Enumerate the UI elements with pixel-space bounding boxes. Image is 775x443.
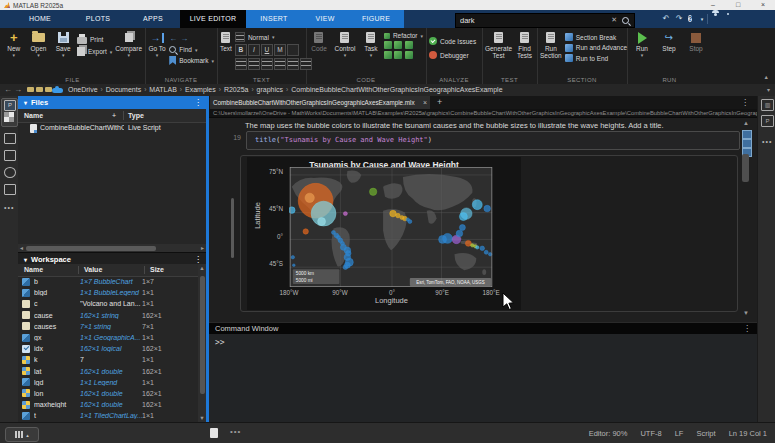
code-issues-button[interactable]: Code Issues <box>429 37 476 45</box>
tsunami-bubble[interactable] <box>396 213 401 218</box>
list-item[interactable]: CombineBubbleChartWithO... Live Script <box>18 122 206 134</box>
collapse-ribbon-icon[interactable]: ▲ <box>764 74 769 80</box>
tsunami-bubble[interactable] <box>331 230 335 234</box>
table-row[interactable]: b1×7 BubbleChart1×7 <box>18 276 198 287</box>
tsunami-bubble[interactable] <box>480 246 485 251</box>
tsunami-bubble[interactable] <box>400 216 404 220</box>
breadcrumb-item[interactable]: graphics <box>257 86 283 93</box>
workflow-icon[interactable] <box>4 150 16 161</box>
more-panels-icon[interactable]: ••• <box>762 138 772 145</box>
new-document-icon[interactable]: + <box>437 96 442 109</box>
close-document-icon[interactable]: × <box>423 96 427 109</box>
scroll-up-icon[interactable]: ▲ <box>740 120 752 126</box>
tab-live-editor[interactable]: LIVE EDITOR <box>180 10 246 28</box>
tsunami-bubble[interactable] <box>305 193 314 202</box>
numbered-list-button[interactable] <box>287 58 299 70</box>
tsunami-bubble[interactable] <box>484 205 491 212</box>
output-selection-bar[interactable] <box>231 198 234 258</box>
table-row[interactable]: causes7×1 string7×1 <box>18 321 198 332</box>
tab-home[interactable]: HOME <box>14 10 66 28</box>
tab-figure[interactable]: FIGURE <box>350 10 402 28</box>
editor-scrollbar[interactable]: ▲ ▼ <box>740 120 752 316</box>
run-section-button[interactable]: Run Section <box>540 31 562 60</box>
tab-apps[interactable]: APPS <box>130 10 176 28</box>
tsunami-bubble[interactable] <box>303 229 308 234</box>
collapse-workspace-icon[interactable]: ▾ <box>18 257 31 263</box>
class-diagram-icon[interactable] <box>4 184 16 195</box>
add-column-icon[interactable]: + <box>112 109 116 122</box>
wrap-comments-button[interactable] <box>384 41 392 49</box>
breadcrumb-item[interactable]: CombineBubbleChartWithOtherGraphicsInGeo… <box>291 86 502 93</box>
table-row[interactable]: lon162×1 double162×1 <box>18 388 198 399</box>
breadcrumb-item[interactable]: MATLAB <box>149 86 177 93</box>
breadcrumb-dropdown-icon[interactable]: ▾ <box>767 84 770 96</box>
forward-icon[interactable]: → <box>14 84 22 96</box>
redo-icon[interactable]: ↷ <box>674 13 684 25</box>
tab-plots[interactable]: PLOTS <box>72 10 124 28</box>
indent-left-button[interactable] <box>405 51 413 59</box>
collapse-files-icon[interactable]: ▾ <box>18 100 31 106</box>
align-center-button[interactable] <box>248 58 260 70</box>
uncomment-button[interactable] <box>405 41 413 49</box>
document-status-icon[interactable] <box>210 428 218 438</box>
scroll-left-icon[interactable]: ◂ <box>20 244 23 252</box>
cursor-position[interactable]: Ln 19 Col 1 <box>729 429 767 438</box>
find-button[interactable]: Find▾ <box>169 46 214 53</box>
tsunami-bubble[interactable] <box>406 218 409 221</box>
column-name[interactable]: Name <box>24 264 43 276</box>
undo-icon[interactable]: ↶ <box>661 13 671 25</box>
table-row[interactable]: gx1×1 GeographicA...1×1 <box>18 332 198 343</box>
breadcrumb-item[interactable]: Documents <box>106 86 141 93</box>
tsunami-bubble[interactable] <box>456 230 463 237</box>
tsunami-bubble[interactable] <box>340 241 344 245</box>
scrollbar-thumb[interactable] <box>742 154 749 182</box>
search-icon[interactable] <box>622 17 629 24</box>
table-row[interactable]: k71×1 <box>18 354 198 365</box>
tsunami-bubble[interactable] <box>472 200 482 210</box>
file-encoding[interactable]: UTF-8 <box>640 429 661 438</box>
column-value[interactable]: Value <box>84 264 102 276</box>
italic-button[interactable]: I <box>248 44 260 56</box>
line-ending[interactable]: LF <box>675 429 684 438</box>
run-button[interactable]: Run▾ <box>630 31 654 57</box>
column-name[interactable]: Name <box>24 109 43 122</box>
align-left-button[interactable] <box>235 58 247 70</box>
tsunami-bubble[interactable] <box>318 218 326 226</box>
help-icon[interactable]: ? <box>688 13 692 25</box>
workspace-vertical-scrollbar[interactable]: ▲ ▼ <box>198 264 206 422</box>
code-line[interactable]: title("Tsunamis by Cause and Wave Height… <box>255 136 432 144</box>
compare-button[interactable]: Compare▾ <box>115 31 142 57</box>
column-size[interactable]: Size <box>150 264 164 276</box>
run-to-end-button[interactable]: Run to End <box>565 54 627 62</box>
scrollbar-thumb[interactable] <box>200 276 205 394</box>
table-row[interactable]: lgd1×1 Legend1×1 <box>18 377 198 388</box>
breadcrumb-item[interactable]: Examples <box>185 86 216 93</box>
task-button[interactable]: Task▾ <box>361 31 381 57</box>
up-folder-icon[interactable] <box>36 87 43 92</box>
tsunami-bubble[interactable] <box>459 213 467 221</box>
tab-view[interactable]: VIEW <box>302 10 348 28</box>
code-button[interactable]: Code <box>309 31 329 52</box>
back-icon[interactable]: ← <box>4 84 12 96</box>
tsunami-bubble[interactable] <box>291 256 294 259</box>
files-panel-icon[interactable]: P <box>4 100 16 111</box>
files-options-icon[interactable]: ⋮ <box>194 96 202 109</box>
files-horizontal-scrollbar[interactable]: ◂ ▸ <box>18 244 206 252</box>
bold-button[interactable]: B <box>235 44 247 56</box>
tsunami-bubble[interactable] <box>488 253 491 256</box>
export-button[interactable]: Export▾ <box>77 47 112 56</box>
scrollbar-thumb[interactable] <box>26 246 156 251</box>
clear-search-icon[interactable]: ✕ <box>608 16 620 24</box>
table-row[interactable]: c"Volcano and Lan...1×1 <box>18 298 198 309</box>
back-icon[interactable]: ← <box>169 34 177 43</box>
tsunami-bubble[interactable] <box>484 250 488 254</box>
panel-toggle-button[interactable]: ▴ <box>5 427 39 442</box>
editor-zoom-level[interactable]: Editor: 90% <box>589 429 628 438</box>
bullet-list-button[interactable] <box>274 58 286 70</box>
monospace-button[interactable]: M <box>274 44 286 56</box>
tsunami-bubble[interactable] <box>336 235 340 239</box>
documentation-search[interactable]: ✕ <box>455 13 635 28</box>
output-right-icon[interactable] <box>742 139 752 148</box>
command-prompt[interactable]: >> <box>215 338 225 347</box>
workspace-panel-icon[interactable] <box>4 112 14 122</box>
